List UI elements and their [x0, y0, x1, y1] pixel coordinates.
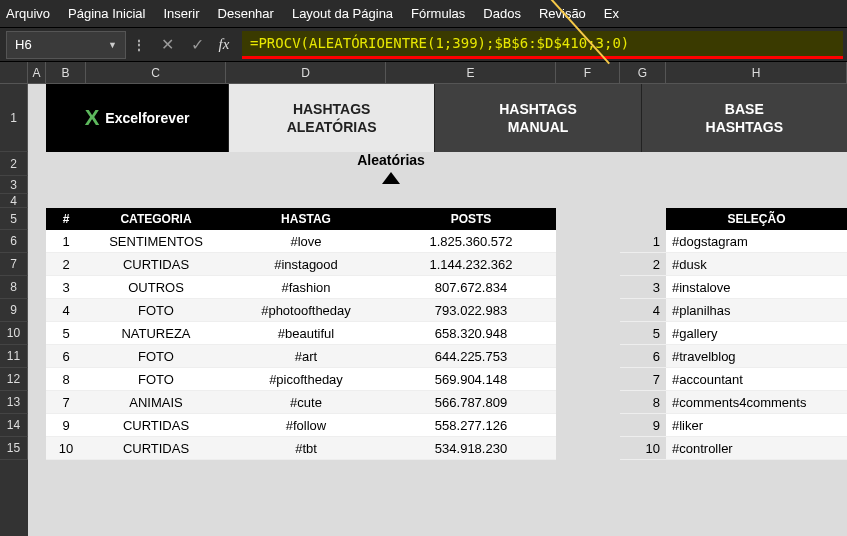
menu-bar: Arquivo Página Inicial Inserir Desenhar …	[0, 0, 847, 28]
col-header-b[interactable]: B	[46, 62, 86, 83]
grid: 1 2 3 4 5 6 7 8 9 10 11 12 13 14 15 X Ex…	[0, 84, 847, 536]
tab-hashtags-manual[interactable]: HASHTAGS MANUAL	[434, 84, 640, 152]
menu-dados[interactable]: Dados	[483, 6, 521, 21]
accept-formula-button[interactable]: ✓	[182, 31, 212, 59]
cell-posts: 793.022.983	[386, 299, 556, 321]
table-row[interactable]: 8#comments4comments	[620, 391, 847, 414]
fx-icon: fx	[219, 36, 230, 53]
cell-selecao: #accountant	[666, 368, 847, 390]
cell-categoria: CURTIDAS	[86, 414, 226, 436]
menu-arquivo[interactable]: Arquivo	[6, 6, 50, 21]
table-row[interactable]: 7ANIMAIS#cute566.787.809	[46, 391, 556, 414]
formula-text: =PROCV(ALEATÓRIOENTRE(1;399);$B$6:$D$410…	[250, 35, 629, 51]
menu-layout-pagina[interactable]: Layout da Página	[292, 6, 393, 21]
table-row[interactable]: 9CURTIDAS#follow558.277.126	[46, 414, 556, 437]
table-row[interactable]: 8FOTO#picoftheday569.904.148	[46, 368, 556, 391]
row-header-5[interactable]: 5	[0, 208, 28, 230]
row-header-6[interactable]: 6	[0, 230, 28, 253]
table-row[interactable]: 7#accountant	[620, 368, 847, 391]
table-row[interactable]: 9#liker	[620, 414, 847, 437]
row-header-11[interactable]: 11	[0, 345, 28, 368]
cell-selecao: #gallery	[666, 322, 847, 344]
menu-exibir-cut[interactable]: Ex	[604, 6, 619, 21]
cell-num: 4	[620, 299, 666, 321]
col-header-c[interactable]: C	[86, 62, 226, 83]
col-header-f[interactable]: F	[556, 62, 620, 83]
insert-function-button[interactable]: fx	[212, 31, 242, 59]
menu-inserir[interactable]: Inserir	[163, 6, 199, 21]
row-header-1[interactable]: 1	[0, 84, 28, 152]
brand-cell: X Excelforever	[46, 84, 228, 152]
row-header-13[interactable]: 13	[0, 391, 28, 414]
tab-hashtags-aleatorias[interactable]: HASHTAGS ALEATÓRIAS	[228, 84, 434, 152]
cell-hastag: #fashion	[226, 276, 386, 298]
name-box[interactable]: H6 ▼	[6, 31, 126, 59]
cell-categoria: OUTROS	[86, 276, 226, 298]
table-row[interactable]: 5#gallery	[620, 322, 847, 345]
row-header-4[interactable]: 4	[0, 194, 28, 208]
menu-desenhar[interactable]: Desenhar	[218, 6, 274, 21]
header-row: X Excelforever HASHTAGS ALEATÓRIAS HASHT…	[46, 84, 847, 152]
data-area: # CATEGORIA HASTAG POSTS 1SENTIMENTOS#lo…	[46, 208, 847, 460]
lh-categoria: CATEGORIA	[86, 208, 226, 230]
row-header-8[interactable]: 8	[0, 276, 28, 299]
table-row[interactable]: 2CURTIDAS#instagood1.144.232.362	[46, 253, 556, 276]
table-row[interactable]: 1#dogstagram	[620, 230, 847, 253]
rh-blank	[620, 208, 666, 230]
table-row[interactable]: 2#dusk	[620, 253, 847, 276]
table-row[interactable]: 5NATUREZA#beautiful658.320.948	[46, 322, 556, 345]
col-header-h[interactable]: H	[666, 62, 847, 83]
table-row[interactable]: 6#travelblog	[620, 345, 847, 368]
cell-hastag: #art	[226, 345, 386, 367]
select-all-cell[interactable]	[0, 62, 28, 83]
cell-selecao: #planilhas	[666, 299, 847, 321]
cell-selecao: #controller	[666, 437, 847, 459]
cell-posts: 569.904.148	[386, 368, 556, 390]
table-row[interactable]: 3OUTROS#fashion807.672.834	[46, 276, 556, 299]
table-row[interactable]: 10#controller	[620, 437, 847, 460]
cell-hastag: #tbt	[226, 437, 386, 459]
cell-num: 4	[46, 299, 86, 321]
left-table-header: # CATEGORIA HASTAG POSTS	[46, 208, 556, 230]
row-header-14[interactable]: 14	[0, 414, 28, 437]
row-header-7[interactable]: 7	[0, 253, 28, 276]
cell-num: 9	[620, 414, 666, 436]
cell-posts: 807.672.834	[386, 276, 556, 298]
row-header-15[interactable]: 15	[0, 437, 28, 460]
col-header-e[interactable]: E	[386, 62, 556, 83]
table-row[interactable]: 4FOTO#photooftheday793.022.983	[46, 299, 556, 322]
subheader-label: Aleatórias	[357, 152, 425, 168]
cell-posts: 534.918.230	[386, 437, 556, 459]
right-table: SELEÇÃO 1#dogstagram2#dusk3#instalove4#p…	[620, 208, 847, 460]
row-headers: 1 2 3 4 5 6 7 8 9 10 11 12 13 14 15	[0, 84, 28, 536]
col-header-a[interactable]: A	[28, 62, 46, 83]
sheet-area[interactable]: X Excelforever HASHTAGS ALEATÓRIAS HASHT…	[28, 84, 847, 536]
row-header-9[interactable]: 9	[0, 299, 28, 322]
rh-selecao: SELEÇÃO	[666, 208, 847, 230]
table-row[interactable]: 1SENTIMENTOS#love1.825.360.572	[46, 230, 556, 253]
table-row[interactable]: 4#planilhas	[620, 299, 847, 322]
cell-num: 3	[46, 276, 86, 298]
row-header-12[interactable]: 12	[0, 368, 28, 391]
cell-hastag: #instagood	[226, 253, 386, 275]
cell-num: 7	[620, 368, 666, 390]
menu-revisao[interactable]: Revisão	[539, 6, 586, 21]
menu-pagina-inicial[interactable]: Página Inicial	[68, 6, 145, 21]
formula-bar[interactable]: =PROCV(ALEATÓRIOENTRE(1;399);$B$6:$D$410…	[242, 31, 843, 59]
cell-num: 6	[620, 345, 666, 367]
col-header-d[interactable]: D	[226, 62, 386, 83]
table-row[interactable]: 10CURTIDAS#tbt534.918.230	[46, 437, 556, 460]
col-header-g[interactable]: G	[620, 62, 666, 83]
table-row[interactable]: 6FOTO#art644.225.753	[46, 345, 556, 368]
row-header-3[interactable]: 3	[0, 176, 28, 194]
cell-categoria: ANIMAIS	[86, 391, 226, 413]
right-table-header: SELEÇÃO	[620, 208, 847, 230]
cell-posts: 558.277.126	[386, 414, 556, 436]
row-header-2[interactable]: 2	[0, 152, 28, 176]
tab-base-hashtags[interactable]: BASE HASHTAGS	[641, 84, 847, 152]
table-row[interactable]: 3#instalove	[620, 276, 847, 299]
chevron-down-icon: ▼	[108, 40, 117, 50]
cancel-formula-button[interactable]: ✕	[152, 31, 182, 59]
menu-formulas[interactable]: Fórmulas	[411, 6, 465, 21]
row-header-10[interactable]: 10	[0, 322, 28, 345]
